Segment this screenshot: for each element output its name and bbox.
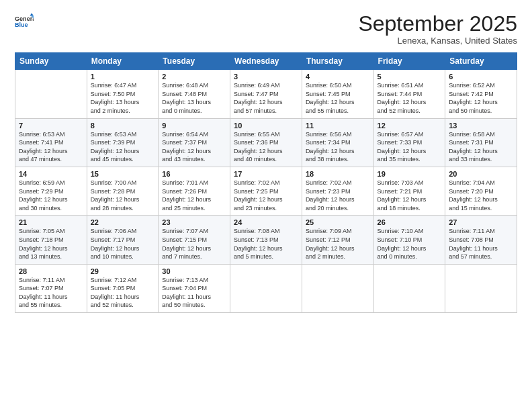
day-number: 3 bbox=[234, 73, 298, 81]
calendar-cell: 18Sunrise: 7:02 AM Sunset: 7:23 PM Dayli… bbox=[302, 167, 373, 215]
calendar-cell: 10Sunrise: 6:55 AM Sunset: 7:36 PM Dayli… bbox=[230, 118, 302, 167]
day-number: 22 bbox=[91, 218, 155, 226]
calendar-cell: 13Sunrise: 6:58 AM Sunset: 7:31 PM Dayli… bbox=[445, 118, 517, 167]
calendar-cell: 30Sunrise: 7:13 AM Sunset: 7:04 PM Dayli… bbox=[159, 264, 230, 312]
weekday-header-row: SundayMondayTuesdayWednesdayThursdayFrid… bbox=[15, 53, 517, 70]
day-number: 2 bbox=[162, 73, 226, 81]
day-number: 25 bbox=[306, 218, 370, 226]
day-info: Sunrise: 7:00 AM Sunset: 7:28 PM Dayligh… bbox=[91, 179, 155, 212]
day-number: 19 bbox=[378, 170, 442, 178]
day-info: Sunrise: 7:07 AM Sunset: 7:15 PM Dayligh… bbox=[162, 227, 226, 261]
day-number: 17 bbox=[234, 170, 298, 178]
day-info: Sunrise: 7:08 AM Sunset: 7:13 PM Dayligh… bbox=[234, 227, 298, 261]
day-info: Sunrise: 7:11 AM Sunset: 7:08 PM Dayligh… bbox=[449, 227, 513, 261]
calendar-cell: 25Sunrise: 7:09 AM Sunset: 7:12 PM Dayli… bbox=[302, 216, 373, 264]
calendar-cell: 19Sunrise: 7:03 AM Sunset: 7:21 PM Dayli… bbox=[373, 167, 445, 215]
day-number: 20 bbox=[449, 170, 513, 178]
day-info: Sunrise: 6:59 AM Sunset: 7:29 PM Dayligh… bbox=[19, 179, 83, 212]
calendar-cell: 8Sunrise: 6:53 AM Sunset: 7:39 PM Daylig… bbox=[87, 118, 159, 167]
calendar-cell bbox=[15, 70, 87, 118]
calendar-cell: 20Sunrise: 7:04 AM Sunset: 7:20 PM Dayli… bbox=[445, 167, 517, 215]
weekday-tuesday: Tuesday bbox=[159, 53, 230, 70]
calendar-row-1: 1Sunrise: 6:47 AM Sunset: 7:50 PM Daylig… bbox=[15, 70, 517, 118]
day-number: 1 bbox=[91, 73, 155, 81]
calendar-cell: 26Sunrise: 7:10 AM Sunset: 7:10 PM Dayli… bbox=[373, 216, 445, 264]
day-number: 12 bbox=[378, 122, 442, 130]
calendar-cell: 7Sunrise: 6:53 AM Sunset: 7:41 PM Daylig… bbox=[15, 118, 87, 167]
day-number: 16 bbox=[162, 170, 226, 178]
day-number: 4 bbox=[306, 73, 370, 81]
calendar-cell: 3Sunrise: 6:49 AM Sunset: 7:47 PM Daylig… bbox=[230, 70, 302, 118]
calendar-cell: 9Sunrise: 6:54 AM Sunset: 7:37 PM Daylig… bbox=[159, 118, 230, 167]
page: General Blue September 2025 Lenexa, Kans… bbox=[0, 0, 532, 411]
svg-text:Blue: Blue bbox=[15, 21, 28, 28]
day-info: Sunrise: 6:54 AM Sunset: 7:37 PM Dayligh… bbox=[162, 130, 226, 164]
header: General Blue September 2025 Lenexa, Kans… bbox=[15, 12, 517, 46]
calendar-cell: 28Sunrise: 7:11 AM Sunset: 7:07 PM Dayli… bbox=[15, 264, 87, 312]
day-number: 8 bbox=[91, 122, 155, 130]
day-number: 7 bbox=[19, 122, 83, 130]
day-info: Sunrise: 6:51 AM Sunset: 7:44 PM Dayligh… bbox=[378, 81, 442, 115]
day-number: 26 bbox=[378, 218, 442, 226]
day-info: Sunrise: 6:55 AM Sunset: 7:36 PM Dayligh… bbox=[234, 130, 298, 164]
day-info: Sunrise: 7:02 AM Sunset: 7:25 PM Dayligh… bbox=[234, 179, 298, 212]
calendar-cell bbox=[373, 264, 445, 312]
weekday-friday: Friday bbox=[373, 53, 445, 70]
calendar-cell: 14Sunrise: 6:59 AM Sunset: 7:29 PM Dayli… bbox=[15, 167, 87, 215]
calendar-table: SundayMondayTuesdayWednesdayThursdayFrid… bbox=[15, 52, 517, 313]
calendar-cell bbox=[230, 264, 302, 312]
calendar-cell: 5Sunrise: 6:51 AM Sunset: 7:44 PM Daylig… bbox=[373, 70, 445, 118]
day-number: 21 bbox=[19, 218, 83, 226]
day-info: Sunrise: 7:12 AM Sunset: 7:05 PM Dayligh… bbox=[91, 276, 155, 310]
weekday-monday: Monday bbox=[87, 53, 159, 70]
day-info: Sunrise: 7:10 AM Sunset: 7:10 PM Dayligh… bbox=[378, 227, 442, 261]
day-info: Sunrise: 6:58 AM Sunset: 7:31 PM Dayligh… bbox=[449, 130, 513, 164]
day-info: Sunrise: 6:53 AM Sunset: 7:39 PM Dayligh… bbox=[91, 130, 155, 164]
calendar-cell: 2Sunrise: 6:48 AM Sunset: 7:48 PM Daylig… bbox=[159, 70, 230, 118]
calendar-cell: 22Sunrise: 7:06 AM Sunset: 7:17 PM Dayli… bbox=[87, 216, 159, 264]
day-info: Sunrise: 6:52 AM Sunset: 7:42 PM Dayligh… bbox=[449, 81, 513, 115]
day-info: Sunrise: 6:49 AM Sunset: 7:47 PM Dayligh… bbox=[234, 81, 298, 115]
day-number: 15 bbox=[91, 170, 155, 178]
calendar-cell: 24Sunrise: 7:08 AM Sunset: 7:13 PM Dayli… bbox=[230, 216, 302, 264]
day-number: 29 bbox=[91, 267, 155, 275]
calendar-cell: 29Sunrise: 7:12 AM Sunset: 7:05 PM Dayli… bbox=[87, 264, 159, 312]
day-info: Sunrise: 6:56 AM Sunset: 7:34 PM Dayligh… bbox=[306, 130, 370, 164]
day-info: Sunrise: 6:47 AM Sunset: 7:50 PM Dayligh… bbox=[91, 81, 155, 115]
day-info: Sunrise: 7:03 AM Sunset: 7:21 PM Dayligh… bbox=[378, 179, 442, 212]
day-info: Sunrise: 7:06 AM Sunset: 7:17 PM Dayligh… bbox=[91, 227, 155, 261]
svg-text:General: General bbox=[15, 15, 34, 22]
calendar-row-5: 28Sunrise: 7:11 AM Sunset: 7:07 PM Dayli… bbox=[15, 264, 517, 312]
day-info: Sunrise: 7:05 AM Sunset: 7:18 PM Dayligh… bbox=[19, 227, 83, 261]
day-info: Sunrise: 7:09 AM Sunset: 7:12 PM Dayligh… bbox=[306, 227, 370, 261]
logo: General Blue bbox=[15, 12, 36, 31]
day-info: Sunrise: 7:02 AM Sunset: 7:23 PM Dayligh… bbox=[306, 179, 370, 212]
day-number: 9 bbox=[162, 122, 226, 130]
calendar-cell bbox=[302, 264, 373, 312]
calendar-cell: 21Sunrise: 7:05 AM Sunset: 7:18 PM Dayli… bbox=[15, 216, 87, 264]
day-number: 24 bbox=[234, 218, 298, 226]
calendar-row-2: 7Sunrise: 6:53 AM Sunset: 7:41 PM Daylig… bbox=[15, 118, 517, 167]
day-number: 14 bbox=[19, 170, 83, 178]
calendar-cell: 12Sunrise: 6:57 AM Sunset: 7:33 PM Dayli… bbox=[373, 118, 445, 167]
calendar-cell: 15Sunrise: 7:00 AM Sunset: 7:28 PM Dayli… bbox=[87, 167, 159, 215]
day-number: 5 bbox=[378, 73, 442, 81]
calendar-cell: 4Sunrise: 6:50 AM Sunset: 7:45 PM Daylig… bbox=[302, 70, 373, 118]
calendar-cell: 11Sunrise: 6:56 AM Sunset: 7:34 PM Dayli… bbox=[302, 118, 373, 167]
day-number: 27 bbox=[449, 218, 513, 226]
calendar-cell: 17Sunrise: 7:02 AM Sunset: 7:25 PM Dayli… bbox=[230, 167, 302, 215]
day-number: 11 bbox=[306, 122, 370, 130]
day-info: Sunrise: 6:48 AM Sunset: 7:48 PM Dayligh… bbox=[162, 81, 226, 115]
day-info: Sunrise: 6:53 AM Sunset: 7:41 PM Dayligh… bbox=[19, 130, 83, 164]
calendar-cell bbox=[445, 264, 517, 312]
logo-icon: General Blue bbox=[15, 12, 34, 31]
day-info: Sunrise: 6:57 AM Sunset: 7:33 PM Dayligh… bbox=[378, 130, 442, 164]
day-info: Sunrise: 7:01 AM Sunset: 7:26 PM Dayligh… bbox=[162, 179, 226, 212]
weekday-wednesday: Wednesday bbox=[230, 53, 302, 70]
day-number: 18 bbox=[306, 170, 370, 178]
day-number: 13 bbox=[449, 122, 513, 130]
weekday-saturday: Saturday bbox=[445, 53, 517, 70]
weekday-thursday: Thursday bbox=[302, 53, 373, 70]
calendar-cell: 23Sunrise: 7:07 AM Sunset: 7:15 PM Dayli… bbox=[159, 216, 230, 264]
calendar-cell: 16Sunrise: 7:01 AM Sunset: 7:26 PM Dayli… bbox=[159, 167, 230, 215]
